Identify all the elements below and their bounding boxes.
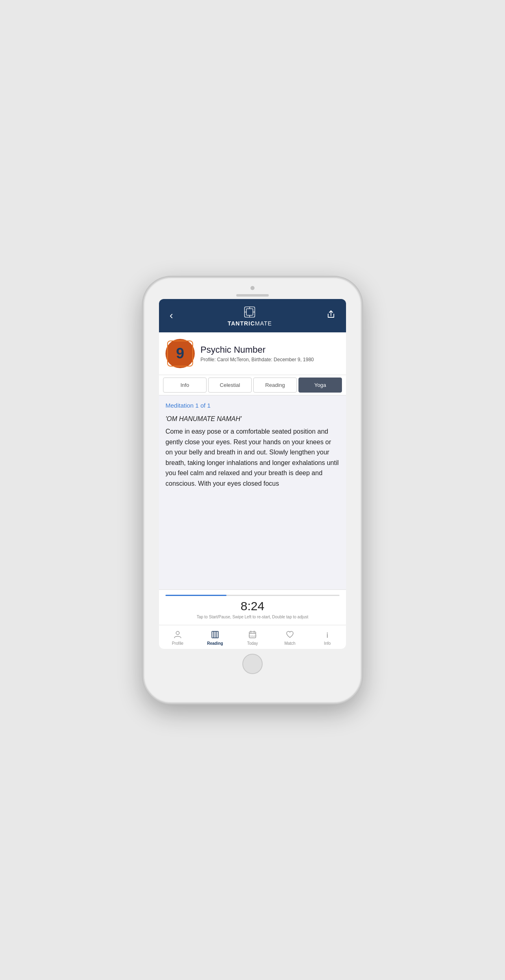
phone-frame: ‹ TANTRICMATE xyxy=(143,277,362,704)
tab-info[interactable]: Info xyxy=(163,378,207,393)
bottom-nav: Profile Reading xyxy=(159,625,346,649)
nav-item-info[interactable]: Info xyxy=(309,628,346,647)
back-button[interactable]: ‹ xyxy=(166,308,176,323)
phone-camera xyxy=(250,286,255,290)
share-button[interactable] xyxy=(323,308,339,323)
phone-screen: ‹ TANTRICMATE xyxy=(159,299,346,649)
book-icon xyxy=(210,629,220,640)
nav-label-reading: Reading xyxy=(207,641,223,646)
heart-icon xyxy=(285,629,295,640)
nav-label-match: Match xyxy=(284,641,295,646)
tab-celestial[interactable]: Celestial xyxy=(208,378,252,393)
app-name-light: MATE xyxy=(255,320,272,327)
info-icon xyxy=(322,629,333,640)
svg-point-6 xyxy=(176,631,179,635)
svg-rect-1 xyxy=(246,308,253,315)
timer-section: 8:24 Tap to Start/Pause, Swipe Left to r… xyxy=(159,589,346,625)
nav-item-today[interactable]: TODAY Today xyxy=(234,628,271,647)
app-name: TANTRICMATE xyxy=(228,320,272,327)
timer-hint: Tap to Start/Pause, Swipe Left to re-sta… xyxy=(165,615,340,619)
profile-info: Psychic Number Profile: Carol McTeron, B… xyxy=(200,345,340,362)
nav-item-reading[interactable]: Reading xyxy=(196,628,234,647)
svg-point-16 xyxy=(327,632,328,633)
person-icon xyxy=(172,629,183,640)
meditation-mantra: 'OM HANUMATE NAMAH' xyxy=(165,414,340,424)
meditation-body: Come in easy pose or a comfortable seate… xyxy=(165,428,339,487)
tab-yoga[interactable]: Yoga xyxy=(298,378,342,393)
meditation-text: 'OM HANUMATE NAMAH' Come in easy pose or… xyxy=(165,414,340,489)
tab-reading[interactable]: Reading xyxy=(253,378,297,393)
phone-home-button[interactable] xyxy=(242,654,263,674)
app-logo: TANTRICMATE xyxy=(228,305,272,327)
profile-subtitle: Profile: Carol McTeron, Birthdate: Decem… xyxy=(200,357,340,362)
calendar-icon: TODAY xyxy=(247,629,258,640)
content-area: Meditation 1 of 1 'OM HANUMATE NAMAH' Co… xyxy=(159,395,346,589)
progress-bar-fill xyxy=(165,595,226,596)
phone-speaker xyxy=(236,294,269,297)
app-name-bold: TANTRIC xyxy=(228,320,255,327)
nav-label-info: Info xyxy=(324,641,331,646)
profile-section: 9 Psychic Number Profile: Carol McTeron,… xyxy=(159,332,346,375)
timer-display[interactable]: 8:24 xyxy=(165,599,340,613)
app-header: ‹ TANTRICMATE xyxy=(159,299,346,332)
nav-item-profile[interactable]: Profile xyxy=(159,628,196,647)
tabs-bar: Info Celestial Reading Yoga xyxy=(159,375,346,395)
tantricmate-logo-icon xyxy=(242,305,257,319)
avatar-number: 9 xyxy=(176,345,184,362)
nav-item-match[interactable]: Match xyxy=(271,628,309,647)
meditation-label: Meditation 1 of 1 xyxy=(165,402,340,409)
nav-label-profile: Profile xyxy=(172,641,183,646)
progress-bar-track xyxy=(165,595,340,596)
profile-title: Psychic Number xyxy=(200,345,340,355)
avatar: 9 xyxy=(165,339,195,368)
svg-text:TODAY: TODAY xyxy=(248,635,257,637)
nav-label-today: Today xyxy=(247,641,258,646)
